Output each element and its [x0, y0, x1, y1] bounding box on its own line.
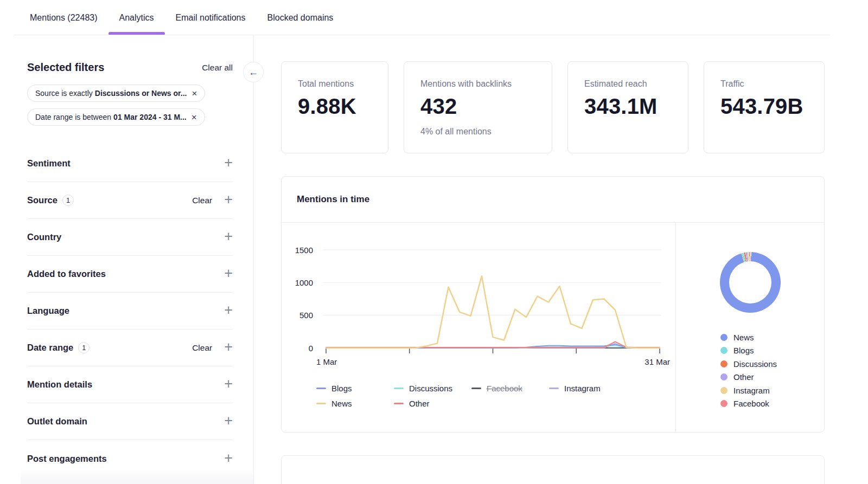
tab-mentions-label: Mentions (22483): [30, 13, 98, 23]
collapse-sidebar-button[interactable]: ←: [243, 62, 264, 82]
donut-legend-label: Instagram: [733, 386, 770, 395]
section-label: Outlet domain: [27, 416, 87, 427]
legend-dash-icon: [316, 388, 326, 389]
plus-icon[interactable]: +: [224, 414, 233, 428]
donut-legend-label: Facebook: [733, 399, 769, 408]
filter-count-badge: 1: [62, 195, 74, 206]
legend-dash-icon: [471, 388, 481, 389]
filter-section-source[interactable]: Source 1 Clear +: [27, 182, 233, 219]
legend-dot-icon: [720, 387, 727, 394]
selected-filters-title: Selected filters: [27, 61, 104, 74]
donut-legend-label: Other: [733, 372, 754, 382]
legend-dot-icon: [720, 400, 727, 407]
svg-text:31 Mar: 31 Mar: [644, 357, 670, 366]
legend-dash-icon: [316, 403, 326, 404]
plus-icon[interactable]: +: [224, 451, 233, 466]
line-chart: 1500100050001 Mar31 Mar BlogsDiscussions…: [282, 223, 675, 433]
filter-section-language[interactable]: Language +: [27, 293, 233, 330]
legend-item-blogs[interactable]: Blogs: [316, 384, 394, 393]
close-icon[interactable]: ×: [192, 89, 197, 98]
donut-legend-label: News: [733, 333, 754, 342]
chip-value: Discussions or News or...: [95, 89, 187, 98]
donut-legend-item-instagram[interactable]: Instagram: [720, 384, 824, 397]
plus-icon[interactable]: +: [224, 377, 233, 391]
donut-legend-label: Blogs: [733, 346, 754, 355]
clear-all-filters-link[interactable]: Clear all: [202, 63, 233, 73]
legend-label: Facebook: [487, 384, 522, 393]
top-tab-bar: Mentions (22483) Analytics Email notific…: [0, 0, 868, 35]
tab-mentions[interactable]: Mentions (22483): [19, 0, 108, 35]
donut-legend-label: Discussions: [733, 359, 777, 369]
donut-legend-item-discussions[interactable]: Discussions: [720, 357, 824, 371]
stat-label: Estimated reach: [584, 79, 672, 89]
stat-card-mentions-with-backlinks: Mentions with backlinks 432 4% of all me…: [404, 61, 552, 153]
section-label: Sentiment: [27, 158, 71, 169]
legend-label: Other: [409, 399, 430, 408]
chip-text: Source is exactly: [35, 89, 93, 98]
tab-blocked-domains-label: Blocked domains: [267, 13, 334, 23]
legend-dot-icon: [720, 334, 727, 341]
legend-item-facebook[interactable]: Facebook: [471, 384, 549, 393]
legend-dot-icon: [720, 360, 727, 367]
legend-item-discussions[interactable]: Discussions: [394, 384, 471, 393]
stat-value: 9.88K: [298, 94, 372, 119]
clear-section-link[interactable]: Clear: [192, 196, 212, 205]
legend-label: News: [331, 399, 352, 408]
filter-count-badge: 1: [78, 342, 90, 353]
next-section-card-partial: [281, 455, 825, 484]
donut-legend-item-facebook[interactable]: Facebook: [720, 397, 824, 411]
filter-section-mention-details[interactable]: Mention details +: [27, 366, 233, 403]
filter-section-date-range[interactable]: Date range 1 Clear +: [27, 330, 233, 366]
plus-icon[interactable]: +: [224, 192, 233, 207]
section-label: Mention details: [27, 379, 92, 390]
donut-panel: NewsBlogsDiscussionsOtherInstagramFacebo…: [675, 223, 824, 433]
svg-text:1 Mar: 1 Mar: [316, 357, 337, 366]
filter-chips: Source is exactly Discussions or News or…: [27, 85, 233, 132]
legend-label: Blogs: [331, 384, 352, 393]
tab-blocked-domains[interactable]: Blocked domains: [257, 0, 344, 35]
legend-item-other[interactable]: Other: [394, 399, 471, 408]
donut-legend-item-news[interactable]: News: [720, 331, 824, 344]
legend-item-news[interactable]: News: [316, 399, 394, 408]
tab-analytics-label: Analytics: [119, 13, 154, 23]
legend-dash-icon: [394, 388, 404, 389]
plus-icon[interactable]: +: [224, 340, 233, 354]
tab-analytics[interactable]: Analytics: [108, 0, 165, 35]
svg-text:1000: 1000: [295, 278, 313, 287]
stat-label: Traffic: [720, 79, 808, 89]
legend-dash-icon: [394, 403, 404, 404]
filter-section-outlet-domain[interactable]: Outlet domain +: [27, 403, 233, 440]
section-label: Source: [27, 195, 58, 205]
plus-icon[interactable]: +: [224, 303, 233, 318]
section-label: Date range: [27, 343, 73, 353]
svg-text:500: 500: [299, 311, 313, 320]
plus-icon[interactable]: +: [224, 229, 233, 244]
filter-section-added-to-favorites[interactable]: Added to favorites +: [27, 256, 233, 293]
clear-section-link[interactable]: Clear: [192, 343, 212, 353]
donut-legend-item-blogs[interactable]: Blogs: [720, 344, 824, 358]
section-label: Country: [27, 232, 61, 242]
sidebar-main-divider: [253, 35, 254, 484]
filter-chip-source[interactable]: Source is exactly Discussions or News or…: [27, 85, 205, 102]
plus-icon[interactable]: +: [224, 266, 233, 281]
stat-card-total-mentions: Total mentions 9.88K: [281, 61, 388, 153]
close-icon[interactable]: ×: [192, 113, 197, 122]
filter-chip-date-range[interactable]: Date range is between 01 Mar 2024 - 31 M…: [27, 108, 205, 126]
filter-section-post-engagements[interactable]: Post engagements +: [27, 440, 233, 477]
stat-sublabel: 4% of all mentions: [420, 127, 535, 137]
stat-card-estimated-reach: Estimated reach 343.1M: [567, 61, 688, 153]
filter-section-sentiment[interactable]: Sentiment +: [27, 145, 233, 182]
plus-icon[interactable]: +: [224, 156, 233, 170]
stat-value: 432: [420, 94, 535, 119]
stats-row: Total mentions 9.88K Mentions with backl…: [281, 61, 825, 153]
filter-section-country[interactable]: Country +: [27, 219, 233, 256]
chip-text: Date range is between: [35, 113, 111, 121]
stat-card-traffic: Traffic 543.79B: [704, 61, 825, 153]
filter-sections: Sentiment + Source 1 Clear + Country + A…: [27, 145, 233, 477]
mentions-in-time-card: Mentions in time 1500100050001 Mar31 Mar…: [281, 176, 825, 433]
tab-email-notifications-label: Email notifications: [176, 13, 246, 23]
donut-legend-item-other[interactable]: Other: [720, 371, 824, 384]
tab-email-notifications[interactable]: Email notifications: [165, 0, 257, 35]
donut-hole: [729, 261, 771, 304]
legend-item-instagram[interactable]: Instagram: [549, 384, 627, 393]
